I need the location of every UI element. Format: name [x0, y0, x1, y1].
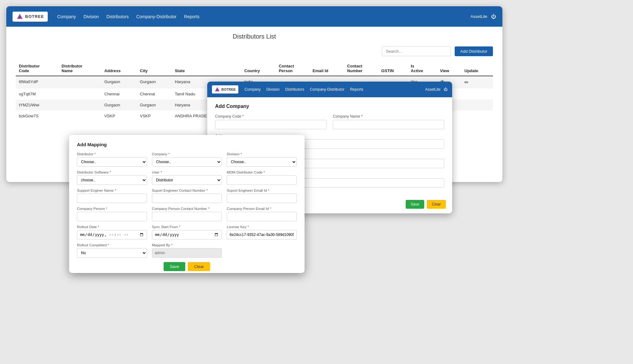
toolbar: Add Distributor — [16, 46, 493, 56]
distributor-label: Distributor * — [77, 152, 147, 156]
col-header-email: Email Id — [310, 61, 344, 76]
mapping-row2: Distributor Software * choose.. User * D… — [77, 170, 297, 185]
main-nav-bar: BOTREE Company Division Distributors Com… — [6, 6, 502, 27]
user-group: User * Distributor — [152, 170, 222, 185]
nav-right: AssetLite ⏻ — [471, 14, 496, 19]
rollout-completed-select[interactable]: No — [77, 248, 147, 258]
add-company-clear-button[interactable]: Clear — [427, 200, 446, 209]
company-group: Company * Choose.. — [152, 152, 222, 167]
support-name-group: Support Enginer Name * — [77, 189, 147, 203]
small-nav-company-distributor[interactable]: Company-Distributor — [310, 87, 344, 92]
col-header-country: Country — [241, 61, 276, 76]
distributor-group: Distributor * Choose.. — [77, 152, 147, 167]
mapping-row1: Distributor * Choose.. Company * Choose.… — [77, 152, 297, 167]
update-cell — [461, 88, 493, 99]
small-logo-icon — [214, 87, 220, 92]
col-header-contact-person: ContactPerson — [276, 61, 310, 76]
user-label: User * — [152, 170, 222, 174]
company-code-input[interactable] — [215, 120, 327, 129]
small-nav-distributors[interactable]: Distributors — [285, 87, 304, 92]
small-nav-right: AssetLite ⏻ — [425, 87, 447, 92]
mapping-row5: Rollout Date * Sync Start From * License… — [77, 225, 297, 239]
nav-company-distributor[interactable]: Company-Distributor — [136, 14, 176, 19]
support-email-input[interactable] — [227, 194, 297, 203]
logo[interactable]: BOTREE — [13, 12, 48, 22]
mapping-row4: Company Person * Company Person Contact … — [77, 207, 297, 221]
dist-software-label: Distributor Software * — [77, 170, 147, 174]
mapping-save-button[interactable]: Save — [164, 262, 186, 271]
support-contact-group: Suport Engineer Contact Number * — [152, 189, 222, 203]
license-key-label: License Key * — [227, 225, 297, 229]
small-nav-reports[interactable]: Reports — [350, 87, 363, 92]
asset-label: AssetLite — [471, 14, 487, 19]
small-power-icon[interactable]: ⏻ — [444, 87, 447, 92]
small-nav-division[interactable]: Division — [266, 87, 279, 92]
license-key-group: License Key * — [227, 225, 297, 239]
col-header-gstin: GSTIN — [378, 61, 408, 76]
table-cell — [58, 99, 101, 110]
company-person-email-input[interactable] — [227, 212, 297, 221]
company-code-label: Company Code * — [215, 114, 327, 119]
rollout-completed-label: Rollout Completed * — [77, 243, 147, 247]
company-person-contact-label: Company Person Contact Number * — [152, 207, 222, 211]
division-select[interactable]: Choose.. — [227, 157, 297, 167]
company-person-input[interactable] — [77, 212, 147, 221]
small-nav-company[interactable]: Company — [245, 87, 261, 92]
rollout-date-input[interactable] — [77, 230, 147, 239]
power-icon[interactable]: ⏻ — [491, 14, 496, 19]
rollout-completed-group: Rollout Completed * No — [77, 243, 147, 258]
add-company-nav: BOTREE Company Division Distributors Com… — [207, 82, 452, 97]
table-cell: 6fWa5YdP — [16, 76, 58, 88]
distributor-select[interactable]: Choose.. — [77, 157, 147, 167]
mapping-clear-button[interactable]: Clear — [188, 262, 210, 271]
add-company-row1: Company Code * Company Name * — [215, 114, 444, 129]
support-name-label: Support Enginer Name * — [77, 189, 147, 192]
col-header-name: DistributorName — [58, 61, 101, 76]
table-cell: tYMZUWwi — [16, 99, 58, 110]
mapped-by-group: Mapped By * — [152, 243, 222, 258]
support-contact-input[interactable] — [152, 194, 222, 203]
license-key-input[interactable] — [227, 230, 297, 239]
small-logo[interactable]: BOTREE — [212, 85, 238, 94]
logo-text: BOTREE — [25, 14, 44, 19]
company-person-contact-group: Company Person Contact Number * — [152, 207, 222, 221]
support-name-input[interactable] — [77, 194, 147, 203]
dist-software-select[interactable]: choose.. — [77, 175, 147, 185]
sync-start-input[interactable] — [152, 230, 222, 239]
small-asset-label: AssetLite — [425, 87, 441, 92]
col-header-view: View — [437, 61, 461, 76]
nav-distributors[interactable]: Distributors — [106, 14, 129, 19]
company-name-input[interactable] — [333, 120, 444, 129]
logo-icon — [16, 13, 23, 20]
nav-company[interactable]: Company — [57, 14, 76, 19]
company-select[interactable]: Choose.. — [152, 157, 222, 167]
mdm-code-input[interactable] — [227, 175, 297, 185]
table-cell: VSKP — [137, 110, 172, 121]
update-cell — [461, 110, 493, 121]
company-person-label: Company Person * — [77, 207, 147, 211]
nav-division[interactable]: Division — [84, 14, 99, 19]
table-cell: Chennai — [101, 88, 137, 99]
support-contact-label: Suport Engineer Contact Number * — [152, 189, 222, 192]
add-company-save-button[interactable]: Save — [406, 200, 424, 209]
table-cell: Gurgaon — [101, 99, 137, 110]
update-cell: ✏ — [461, 76, 493, 88]
company-person-contact-input[interactable] — [152, 212, 222, 221]
table-cell: VSKP — [101, 110, 137, 121]
search-input[interactable] — [382, 46, 451, 56]
update-cell — [461, 99, 493, 110]
add-distributor-button[interactable]: Add Distributor — [455, 46, 493, 56]
nav-reports[interactable]: Reports — [184, 14, 199, 19]
division-group: Division * Choose.. — [227, 152, 297, 167]
dist-software-group: Distributor Software * choose.. — [77, 170, 147, 185]
col-header-address: Address — [101, 61, 137, 76]
company-name-label: Company Name * — [333, 114, 444, 119]
table-cell: Gurgaon — [101, 76, 137, 88]
sync-start-group: Sync Start From * — [152, 225, 222, 239]
edit-icon[interactable]: ✏ — [464, 80, 468, 85]
table-cell — [58, 110, 101, 121]
page-title: Distributors List — [16, 33, 493, 40]
table-cell: Gurgaon — [137, 76, 172, 88]
company-name-group: Company Name * — [333, 114, 444, 129]
user-select[interactable]: Distributor — [152, 175, 222, 185]
